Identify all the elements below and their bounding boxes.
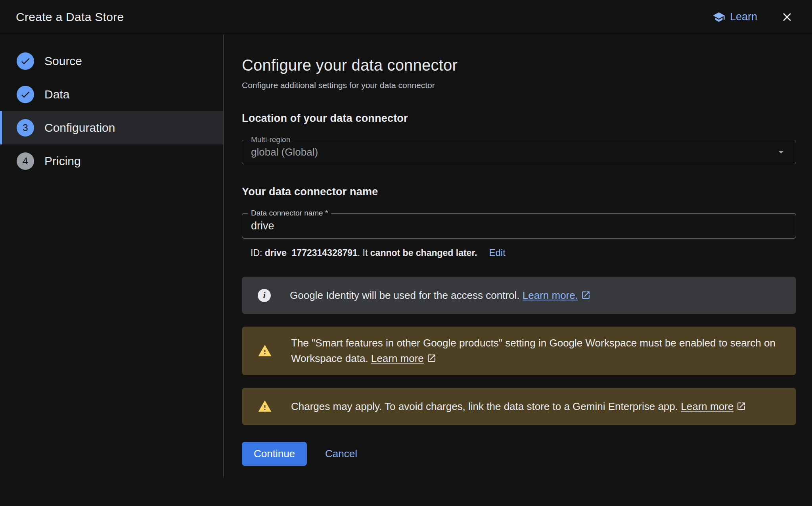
charges-learn-more-link[interactable]: Learn more [681, 400, 746, 412]
configuration-panel: Configure your data connector Configure … [224, 34, 812, 506]
dialog-header: Create a Data Store Learn [0, 0, 812, 34]
close-icon [780, 19, 794, 25]
learn-label: Learn [730, 11, 757, 23]
info-learn-more-link[interactable]: Learn more. [523, 289, 591, 301]
workspace-warning-banner: The "Smart features in other Google prod… [242, 327, 796, 375]
continue-button[interactable]: Continue [242, 442, 307, 466]
external-link-icon [424, 352, 437, 364]
external-link-icon [578, 289, 591, 301]
workspace-warning-text: The "Smart features in other Google prod… [291, 335, 780, 366]
step-label-configuration: Configuration [44, 121, 115, 135]
step-label-data: Data [44, 88, 69, 101]
step-number-icon: 3 [17, 119, 34, 137]
info-banner: i Google Identity will be used for the a… [242, 277, 796, 314]
workspace-learn-more-link[interactable]: Learn more [371, 352, 437, 364]
warning-icon [258, 344, 272, 358]
dropdown-arrow-icon [775, 146, 787, 158]
school-icon [712, 11, 725, 23]
data-connector-name-input[interactable] [251, 220, 787, 232]
info-banner-text: Google Identity will be used for the acc… [290, 288, 591, 303]
multi-region-select: Multi-region global (Global) [242, 140, 796, 164]
external-link-icon [733, 400, 746, 412]
dialog-title: Create a Data Store [16, 10, 124, 24]
form-actions: Continue Cancel [242, 442, 796, 466]
step-label-pricing: Pricing [44, 154, 81, 168]
edit-link[interactable]: Edit [489, 247, 505, 258]
close-button[interactable] [780, 10, 794, 24]
step-label-source: Source [44, 54, 82, 68]
step-data[interactable]: Data [0, 78, 224, 111]
cancel-button[interactable]: Cancel [321, 442, 361, 466]
check-circle-icon [17, 86, 34, 103]
connector-id-row: ID: drive_1772314328791. It cannot be ch… [251, 247, 796, 258]
info-icon: i [258, 289, 271, 302]
step-source[interactable]: Source [0, 44, 224, 78]
step-number-icon: 4 [17, 152, 34, 170]
location-section-heading: Location of your data connector [242, 112, 796, 125]
multi-region-value: global (Global) [251, 146, 318, 158]
check-circle-icon [17, 52, 34, 70]
charges-warning-text: Charges may apply. To avoid charges, lin… [291, 399, 746, 414]
create-data-store-dialog: Create a Data Store Learn Source [0, 0, 812, 506]
connector-id-text: ID: drive_1772314328791. It cannot be ch… [251, 248, 477, 258]
learn-link[interactable]: Learn [712, 11, 757, 23]
dialog-body: Source Data 3 Configuration 4 Pricing Co… [0, 34, 812, 506]
step-pricing[interactable]: 4 Pricing [0, 144, 224, 178]
header-actions: Learn [712, 10, 794, 24]
charges-warning-banner: Charges may apply. To avoid charges, lin… [242, 388, 796, 425]
data-connector-name-field: Data connector name * [242, 213, 796, 239]
warning-icon [258, 399, 272, 414]
stepper: Source Data 3 Configuration 4 Pricing [0, 34, 224, 506]
multi-region-label: Multi-region [248, 135, 293, 144]
name-section-heading: Your data connector name [242, 186, 796, 198]
page-subtitle: Configure additional settings for your d… [242, 81, 796, 90]
step-configuration[interactable]: 3 Configuration [0, 111, 224, 144]
data-connector-name-label: Data connector name * [248, 209, 331, 217]
page-title: Configure your data connector [242, 56, 796, 74]
